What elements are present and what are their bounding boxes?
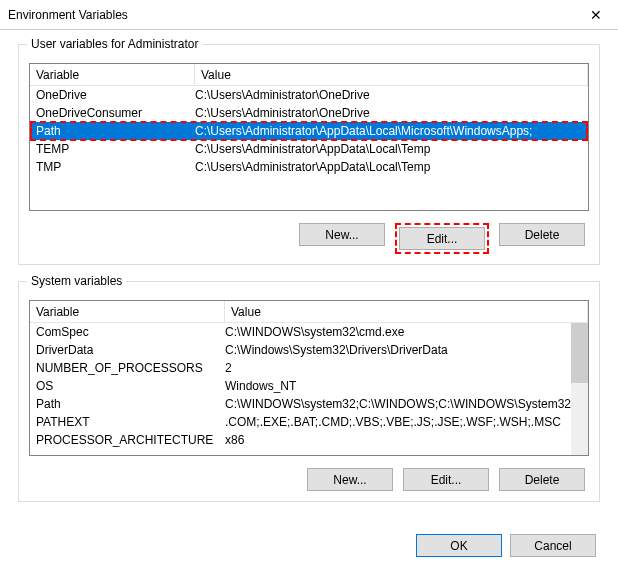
table-row[interactable]: DriverData C:\Windows\System32\Drivers\D…: [30, 341, 588, 359]
table-row[interactable]: NUMBER_OF_PROCESSORS 2: [30, 359, 588, 377]
column-header-value[interactable]: Value: [225, 301, 588, 322]
column-header-variable[interactable]: Variable: [30, 64, 195, 85]
table-row[interactable]: OneDrive C:\Users\Administrator\OneDrive: [30, 86, 588, 104]
user-variables-table[interactable]: Variable Value OneDrive C:\Users\Adminis…: [29, 63, 589, 211]
table-header: Variable Value: [30, 64, 588, 86]
cancel-button[interactable]: Cancel: [510, 534, 596, 557]
system-variables-group: System variables Variable Value ComSpec …: [18, 281, 600, 502]
table-row[interactable]: OneDriveConsumer C:\Users\Administrator\…: [30, 104, 588, 122]
column-header-value[interactable]: Value: [195, 64, 588, 85]
table-row-selected[interactable]: Path C:\Users\Administrator\AppData\Loca…: [30, 122, 588, 140]
table-row[interactable]: PATHEXT .COM;.EXE;.BAT;.CMD;.VBS;.VBE;.J…: [30, 413, 588, 431]
table-row[interactable]: Path C:\WINDOWS\system32;C:\WINDOWS;C:\W…: [30, 395, 588, 413]
table-row[interactable]: TMP C:\Users\Administrator\AppData\Local…: [30, 158, 588, 176]
table-row[interactable]: PROCESSOR_ARCHITECTURE x86: [30, 431, 588, 449]
ok-button[interactable]: OK: [416, 534, 502, 557]
table-row[interactable]: TEMP C:\Users\Administrator\AppData\Loca…: [30, 140, 588, 158]
user-variables-group: User variables for Administrator Variabl…: [18, 44, 600, 265]
table-header: Variable Value: [30, 301, 588, 323]
highlight-annotation: Edit...: [395, 223, 489, 254]
window-title: Environment Variables: [8, 8, 573, 22]
user-edit-button[interactable]: Edit...: [399, 227, 485, 250]
user-new-button[interactable]: New...: [299, 223, 385, 246]
table-row[interactable]: OS Windows_NT: [30, 377, 588, 395]
user-group-label: User variables for Administrator: [27, 37, 202, 51]
system-delete-button[interactable]: Delete: [499, 468, 585, 491]
system-new-button[interactable]: New...: [307, 468, 393, 491]
title-bar: Environment Variables ✕: [0, 0, 618, 30]
system-group-label: System variables: [27, 274, 126, 288]
table-row[interactable]: ComSpec C:\WINDOWS\system32\cmd.exe: [30, 323, 588, 341]
user-delete-button[interactable]: Delete: [499, 223, 585, 246]
scroll-thumb[interactable]: [571, 323, 588, 383]
close-button[interactable]: ✕: [573, 0, 618, 30]
system-edit-button[interactable]: Edit...: [403, 468, 489, 491]
system-variables-table[interactable]: Variable Value ComSpec C:\WINDOWS\system…: [29, 300, 589, 456]
scrollbar[interactable]: [571, 323, 588, 455]
column-header-variable[interactable]: Variable: [30, 301, 225, 322]
